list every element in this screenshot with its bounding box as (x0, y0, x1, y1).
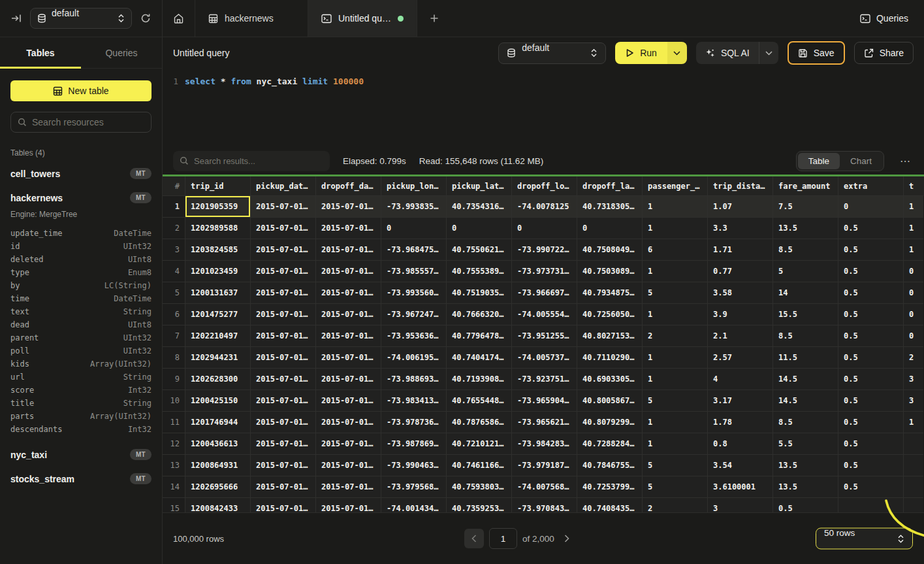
column-header[interactable]: dropoff_da… (316, 176, 381, 196)
table-cell[interactable]: -74.005737… (512, 347, 577, 369)
table-cell[interactable]: 2015-07-01… (316, 261, 381, 282)
column-header[interactable]: fare_amount (773, 176, 838, 196)
table-cell[interactable]: 0 (447, 218, 512, 239)
table-cell[interactable]: 0.5 (838, 282, 904, 304)
table-cell[interactable]: 40.7318305… (577, 196, 643, 218)
table-cell[interactable]: 2015-07-01… (316, 433, 381, 455)
column-header[interactable]: trip_dista… (708, 176, 773, 196)
row-number-cell[interactable]: 6 (163, 304, 185, 325)
new-table-button[interactable]: New table (10, 80, 151, 101)
table-item-nyc-taxi[interactable]: nyc_taxi MT (0, 442, 162, 467)
table-cell[interactable]: 2015-07-01… (316, 282, 381, 304)
table-cell[interactable]: -73.985557… (381, 261, 447, 282)
table-cell[interactable]: 5.5 (773, 433, 838, 455)
table-cell[interactable]: 1 (904, 412, 923, 433)
column-header[interactable]: pickup_lon… (381, 176, 447, 196)
table-cell[interactable]: 0 (904, 261, 923, 282)
table-cell[interactable]: 40.8005867… (577, 390, 643, 412)
table-cell[interactable]: 5 (643, 282, 708, 304)
table-cell[interactable] (838, 498, 904, 512)
table-cell[interactable]: -73.983413… (381, 390, 447, 412)
table-cell[interactable]: 1.07 (708, 196, 773, 218)
table-cell[interactable]: 2015-07-01… (251, 347, 316, 369)
table-cell[interactable]: -73.967247… (381, 304, 447, 325)
more-options-button[interactable]: ⋯ (897, 155, 914, 167)
table-cell[interactable]: 2015-07-01… (251, 196, 316, 218)
run-options-button[interactable] (667, 42, 687, 64)
table-cell[interactable]: 40.7461166… (447, 455, 512, 476)
table-cell[interactable]: 2015-07-01… (251, 261, 316, 282)
table-cell[interactable]: 0.5 (838, 325, 904, 347)
table-cell[interactable]: 13.5 (773, 476, 838, 498)
table-cell[interactable]: 40.7519035… (447, 282, 512, 304)
table-cell[interactable]: 40.7934875… (577, 282, 643, 304)
table-cell[interactable]: 40.7555389… (447, 261, 512, 282)
table-cell[interactable]: 2015-07-01… (251, 218, 316, 239)
results-search-input[interactable] (194, 156, 323, 166)
table-cell[interactable]: 5 (643, 476, 708, 498)
table-cell[interactable]: 2015-07-01… (251, 304, 316, 325)
row-number-cell[interactable]: 4 (163, 261, 185, 282)
table-cell[interactable]: 0.5 (838, 304, 904, 325)
table-cell[interactable]: -73.973731… (512, 261, 577, 282)
table-cell[interactable] (904, 433, 923, 455)
view-toggle-table[interactable]: Table (798, 153, 840, 169)
table-cell[interactable]: 1 (643, 261, 708, 282)
table-cell[interactable]: 0.5 (838, 218, 904, 239)
table-cell[interactable]: 1201475277 (185, 304, 251, 325)
table-cell[interactable]: 2015-07-01… (316, 239, 381, 261)
table-cell[interactable]: 1201905359 (185, 196, 251, 218)
table-cell[interactable]: -73.984283… (512, 433, 577, 455)
table-cell[interactable]: 13.5 (773, 455, 838, 476)
table-cell[interactable]: 0.8 (708, 433, 773, 455)
table-cell[interactable]: -74.005554… (512, 304, 577, 325)
table-cell[interactable]: 40.7550621… (447, 239, 512, 261)
table-cell[interactable]: 40.7110290… (577, 347, 643, 369)
collapse-sidebar-button[interactable] (8, 10, 25, 27)
table-cell[interactable]: 1 (643, 347, 708, 369)
table-cell[interactable]: 3.58 (708, 282, 773, 304)
table-cell[interactable]: 1 (643, 196, 708, 218)
table-cell[interactable]: 2015-07-01… (316, 369, 381, 390)
table-cell[interactable]: -74.0078125 (512, 196, 577, 218)
column-header[interactable]: extra (838, 176, 904, 196)
table-cell[interactable]: 1.71 (708, 239, 773, 261)
table-cell[interactable]: -73.970843… (512, 498, 577, 512)
row-number-cell[interactable]: 5 (163, 282, 185, 304)
table-cell[interactable]: 2015-07-01… (316, 304, 381, 325)
table-cell[interactable]: 40.6903305… (577, 369, 643, 390)
table-cell[interactable]: 0 (904, 325, 923, 347)
table-cell[interactable]: 1200436613 (185, 433, 251, 455)
table-cell[interactable]: 1 (904, 196, 923, 218)
table-cell[interactable]: 40.7666320… (447, 304, 512, 325)
table-cell[interactable]: 40.7876586… (447, 412, 512, 433)
table-cell[interactable]: 1202695666 (185, 476, 251, 498)
table-cell[interactable] (904, 455, 923, 476)
table-cell[interactable]: 15.5 (773, 304, 838, 325)
table-cell[interactable]: 40.7796478… (447, 325, 512, 347)
query-database-selector[interactable]: default (498, 42, 606, 64)
column-header[interactable]: trip_id (185, 176, 251, 196)
sidebar-database-selector[interactable]: default (30, 8, 132, 29)
table-cell[interactable]: 0 (512, 218, 577, 239)
table-cell[interactable]: 0 (381, 218, 447, 239)
sql-ai-options-button[interactable] (759, 42, 778, 64)
next-page-button[interactable] (560, 531, 574, 546)
table-cell[interactable]: 40.7359253… (447, 498, 512, 512)
table-cell[interactable]: -73.993560… (381, 282, 447, 304)
table-cell[interactable]: -73.965904… (512, 390, 577, 412)
table-cell[interactable]: 1200131637 (185, 282, 251, 304)
table-cell[interactable]: 0.5 (838, 347, 904, 369)
row-number-cell[interactable]: 13 (163, 455, 185, 476)
row-number-cell[interactable]: 11 (163, 412, 185, 433)
table-cell[interactable]: 2.1 (708, 325, 773, 347)
table-cell[interactable]: 1 (643, 218, 708, 239)
table-item-stocks-stream[interactable]: stocks_stream MT (0, 467, 162, 491)
run-button[interactable]: Run (615, 42, 667, 64)
table-cell[interactable]: 40.8079299… (577, 412, 643, 433)
column-header[interactable]: pickup_dat… (251, 176, 316, 196)
queries-button[interactable]: Queries (844, 0, 924, 37)
column-header[interactable]: pickup_lat… (447, 176, 512, 196)
table-cell[interactable]: 3.6100001 (708, 476, 773, 498)
table-cell[interactable]: 2015-07-01… (251, 476, 316, 498)
